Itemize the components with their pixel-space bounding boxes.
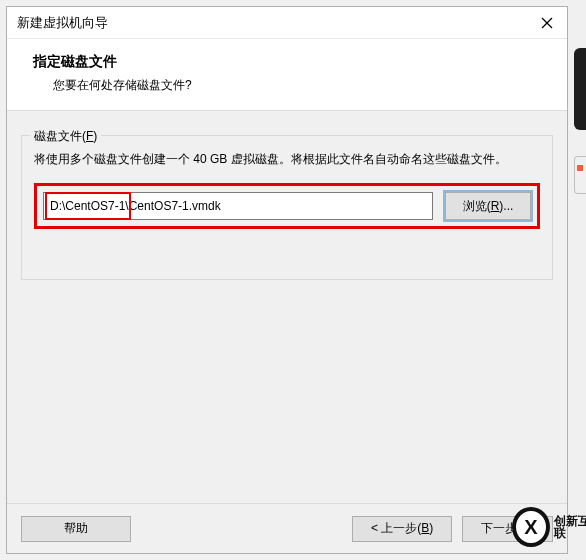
next-pre: 下一步(: [481, 521, 521, 535]
decorative-right-strip: [574, 48, 586, 130]
browse-post: )...: [499, 199, 513, 213]
group-description: 将使用多个磁盘文件创建一个 40 GB 虚拟磁盘。将根据此文件名自动命名这些磁盘…: [34, 150, 540, 169]
wizard-header: 指定磁盘文件 您要在何处存储磁盘文件?: [7, 39, 567, 111]
page-subtitle: 您要在何处存储磁盘文件?: [33, 77, 547, 94]
browse-button[interactable]: 浏览(R)...: [445, 192, 531, 220]
groupbox-legend: 磁盘文件(F): [30, 128, 101, 145]
legend-pre: 磁盘文件(: [34, 129, 86, 143]
wizard-footer: 帮助 < 上一步(B) 下一步(N): [7, 503, 567, 553]
legend-post: ): [93, 129, 97, 143]
next-post: ): [530, 521, 534, 535]
close-icon: [541, 17, 553, 29]
disk-file-groupbox: 磁盘文件(F) 将使用多个磁盘文件创建一个 40 GB 虚拟磁盘。将根据此文件名…: [21, 135, 553, 280]
close-button[interactable]: [527, 7, 567, 39]
disk-path-input[interactable]: [43, 192, 433, 220]
decorative-right-tab: [574, 156, 586, 194]
back-button[interactable]: < 上一步(B): [352, 516, 452, 542]
browse-pre: 浏览(: [463, 199, 491, 213]
titlebar: 新建虚拟机向导: [7, 7, 567, 39]
back-pre: < 上一步(: [371, 521, 421, 535]
page-title: 指定磁盘文件: [33, 53, 547, 71]
next-key: N: [521, 521, 530, 535]
next-button[interactable]: 下一步(N): [462, 516, 553, 542]
help-button[interactable]: 帮助: [21, 516, 131, 542]
wizard-dialog: 新建虚拟机向导 指定磁盘文件 您要在何处存储磁盘文件? 磁盘文件(F) 将使用多…: [6, 6, 568, 554]
path-row-highlight: 浏览(R)...: [34, 183, 540, 229]
window-title: 新建虚拟机向导: [17, 14, 108, 32]
back-post: ): [429, 521, 433, 535]
wizard-body: 磁盘文件(F) 将使用多个磁盘文件创建一个 40 GB 虚拟磁盘。将根据此文件名…: [7, 111, 567, 503]
